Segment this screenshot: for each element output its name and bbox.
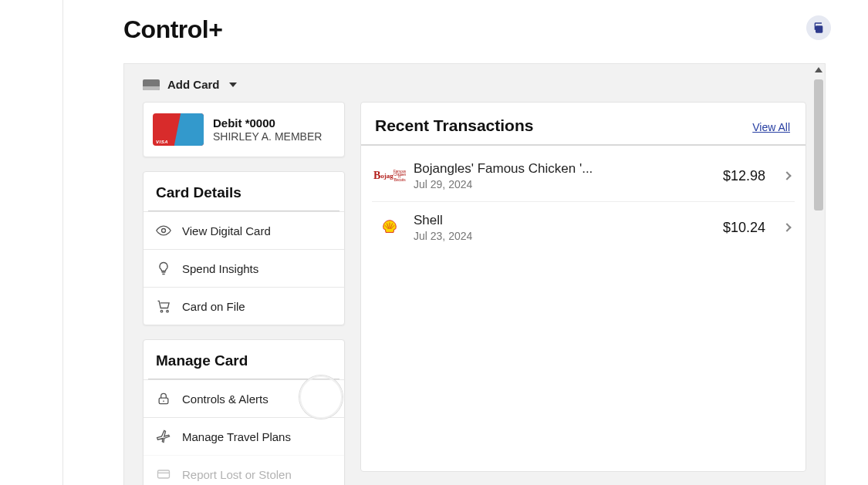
menu-item-label: View Digital Card <box>182 224 271 237</box>
manage-card-section: Manage Card Controls & Alerts Manage Tra… <box>143 339 345 485</box>
transaction-amount: $12.98 <box>723 168 765 184</box>
transaction-row[interactable]: Shell Jul 23, 2024 $10.24 <box>372 202 795 253</box>
menu-item-controls-alerts[interactable]: Controls & Alerts <box>144 379 344 417</box>
card-details-title: Card Details <box>144 172 344 211</box>
open-new-window-button[interactable] <box>806 15 831 40</box>
lightbulb-icon <box>156 261 171 276</box>
recent-transactions-title: Recent Transactions <box>375 116 533 135</box>
card-icon <box>143 79 160 90</box>
page-title: Control+ <box>123 15 222 44</box>
menu-item-label: Controls & Alerts <box>182 392 269 406</box>
card-holder: SHIRLEY A. MEMBER <box>213 130 322 143</box>
transaction-date: Jul 23, 2024 <box>414 230 712 242</box>
transaction-amount: $10.24 <box>723 220 765 236</box>
plane-icon <box>156 429 171 444</box>
menu-item-label: Card on File <box>182 300 245 313</box>
selected-card-tile[interactable]: VISA Debit *0000 SHIRLEY A. MEMBER <box>143 102 345 157</box>
add-card-dropdown[interactable]: Add Card <box>124 64 825 102</box>
transaction-row[interactable]: BojagFamous Chicken n' Biscuits Bojangle… <box>372 150 795 202</box>
lock-icon <box>156 391 171 406</box>
content-scrollbar[interactable] <box>812 64 826 485</box>
menu-item-label: Report Lost or Stolen <box>182 468 292 481</box>
content-pane: Add Card VISA Debit *0000 SHIRLEY A. MEM… <box>123 63 826 485</box>
transaction-merchant: Bojangles' Famous Chicken '... <box>414 161 712 177</box>
chevron-right-icon <box>782 223 791 231</box>
scroll-thumb[interactable] <box>814 79 823 211</box>
card-art: VISA <box>153 113 204 146</box>
left-divider <box>62 0 63 485</box>
menu-item-label: Manage Travel Plans <box>182 430 291 443</box>
scroll-up-arrow-icon <box>815 67 822 72</box>
chevron-right-icon <box>782 171 791 180</box>
cart-icon <box>156 298 171 314</box>
view-all-link[interactable]: View All <box>752 121 790 133</box>
eye-icon <box>156 223 171 238</box>
card-label: Debit *0000 <box>213 116 322 130</box>
svg-rect-5 <box>158 470 170 478</box>
add-card-label: Add Card <box>167 78 220 91</box>
menu-item-spend-insights[interactable]: Spend Insights <box>144 249 344 287</box>
menu-item-manage-travel-plans[interactable]: Manage Travel Plans <box>144 417 344 455</box>
merchant-logo-bojangles: BojagFamous Chicken n' Biscuits <box>377 163 403 189</box>
menu-item-view-digital-card[interactable]: View Digital Card <box>144 211 344 249</box>
svg-point-2 <box>167 310 169 312</box>
card-details-section: Card Details View Digital Card Spend Ins… <box>143 171 345 325</box>
transaction-date: Jul 29, 2024 <box>414 178 712 190</box>
svg-point-1 <box>160 310 163 312</box>
copy-icon <box>812 22 825 34</box>
menu-item-report-lost-stolen[interactable]: Report Lost or Stolen <box>144 455 344 485</box>
card-network-label: VISA <box>156 140 168 144</box>
menu-item-card-on-file[interactable]: Card on File <box>144 287 344 325</box>
transaction-merchant: Shell <box>414 213 712 228</box>
manage-card-title: Manage Card <box>144 340 344 379</box>
recent-transactions-panel: Recent Transactions View All BojagFamous… <box>360 102 806 472</box>
merchant-logo-shell <box>377 214 403 241</box>
chevron-down-icon <box>229 83 237 87</box>
menu-item-label: Spend Insights <box>182 262 258 275</box>
svg-point-0 <box>162 229 166 233</box>
card-alert-icon <box>156 466 171 482</box>
